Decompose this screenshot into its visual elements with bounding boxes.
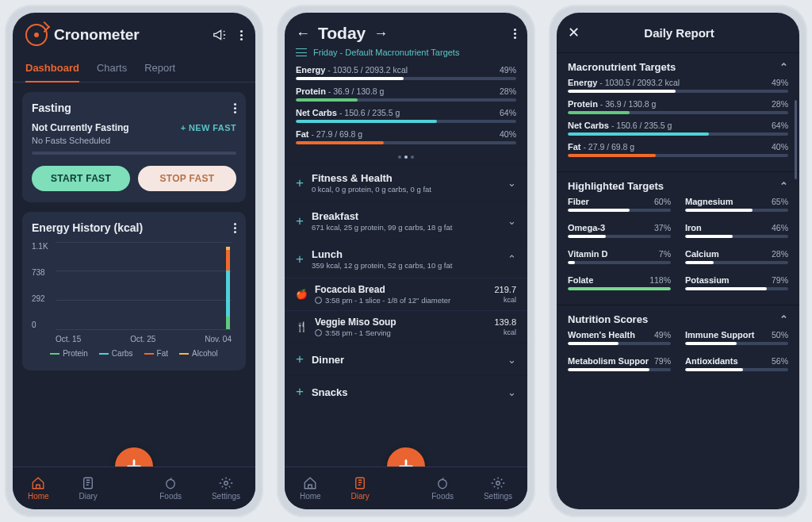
chevron-up-icon: ⌃ [779,61,788,73]
target-row: Fiber60% [568,197,671,212]
next-day-button[interactable]: → [373,25,388,42]
target-row: Immune Support50% [685,330,788,345]
group-header[interactable]: + Breakfast671 kcal, 25 g protein, 99 g … [285,202,527,240]
nav-label: Settings [212,492,240,501]
group-header[interactable]: + Lunch359 kcal, 12 g protein, 52 g carb… [285,240,527,278]
cronometer-logo-icon [25,24,48,46]
stop-fast-button[interactable]: STOP FAST [138,166,236,191]
diary-group: + Breakfast671 kcal, 25 g protein, 99 g … [285,202,527,240]
diary-group: + Dinner ⌄ [285,343,527,375]
nav-diary[interactable]: Diary [350,476,369,501]
diary-date[interactable]: Today [318,24,366,43]
nav-home[interactable]: Home [300,476,321,501]
start-fast-button[interactable]: START FAST [32,166,130,191]
section-macros-header[interactable]: Macronutrient Targets ⌃ [557,53,799,78]
add-to-group-icon[interactable]: + [296,213,304,229]
energy-more-icon[interactable] [234,223,236,233]
macro-row: Net Carbs - 150.6 / 235.5 g64% [296,108,516,123]
diary-item[interactable]: 🍴 Veggie Miso Soup 3:58 pm - 1 Serving 1… [285,310,527,343]
section-scores-header[interactable]: Nutrition Scores ⌃ [557,305,799,330]
nav-label: Diary [79,492,97,501]
fasting-schedule: No Fasts Scheduled [32,136,236,145]
macro-row: Fat - 27.9 / 69.8 g40% [568,142,788,157]
xtick: Nov. 04 [205,335,232,344]
nav-diary[interactable]: Diary [79,476,97,501]
macro-pager-dots[interactable] [285,154,527,163]
clock-icon [315,329,322,336]
ytick: 0 [32,320,48,329]
energy-history-chart: 1.1K 738 292 0 [32,242,236,355]
nav-foods[interactable]: Foods [159,476,182,501]
section-title: Macronutrient Targets [568,61,676,73]
new-fast-link[interactable]: + NEW FAST [181,123,236,132]
fasting-card: Fasting Not Currently Fasting + NEW FAST… [22,92,246,202]
fasting-status: Not Currently Fasting [32,122,129,133]
nav-settings[interactable]: Settings [484,476,512,501]
ytick: 738 [32,268,48,277]
nav-foods[interactable]: Foods [431,476,454,501]
tab-charts[interactable]: Charts [97,56,127,82]
nav-home[interactable]: Home [28,476,49,501]
nav-settings[interactable]: Settings [212,476,240,501]
announcement-icon[interactable] [212,29,228,41]
diary-item[interactable]: 🍎 Focaccia Bread 3:58 pm - 1 slice - 1/8… [285,278,527,310]
macro-summary: Energy - 1030.5 / 2093.2 kcal49% Protein… [285,63,527,154]
tab-dashboard[interactable]: Dashboard [25,56,79,82]
close-report-button[interactable]: ✕ [568,24,580,41]
section-highlights-header[interactable]: Highlighted Targets ⌃ [557,172,799,197]
legend-alcohol: Alcohol [192,349,218,358]
diary-more-icon[interactable] [514,29,516,39]
screen1-tabs: Dashboard Charts Report [13,51,255,83]
legend-protein: Protein [63,349,88,358]
target-row: Metabolism Suppor79% [568,356,671,371]
add-to-group-icon[interactable]: + [296,251,304,267]
legend-carbs: Carbs [112,349,133,358]
chevron-icon: ⌃ [508,253,516,265]
nav-label: Settings [484,492,512,501]
svg-point-3 [496,482,500,486]
add-to-group-icon[interactable]: + [296,175,304,191]
app-name: Cronometer [54,26,140,44]
diary-subtitle[interactable]: Friday - Default Macronutrient Targets [313,48,459,57]
diary-group: + Fitness & Health0 kcal, 0 g protein, 0… [285,163,527,202]
scroll-indicator[interactable] [795,100,797,179]
report-title: Daily Report [589,26,769,40]
chevron-up-icon: ⌃ [779,180,788,192]
group-header[interactable]: + Dinner ⌄ [285,344,527,375]
macro-row: Fat - 27.9 / 69.8 g40% [296,129,516,144]
nav-label: Foods [431,492,454,501]
target-row: Iron46% [685,223,788,238]
diary-menu-icon[interactable] [296,48,307,56]
apple-icon: 🍎 [294,289,308,300]
chevron-icon: ⌄ [508,386,516,398]
legend-fat: Fat [157,349,168,358]
macro-row: Protein - 36.9 / 130.8 g28% [568,99,788,114]
add-to-group-icon[interactable]: + [296,351,304,367]
energy-history-title: Energy History (kcal) [32,221,143,234]
clock-icon [315,297,322,304]
tab-report[interactable]: Report [144,56,175,82]
fasting-title: Fasting [32,102,71,114]
cutlery-icon: 🍴 [294,321,308,332]
more-icon[interactable] [240,30,243,40]
group-header[interactable]: + Fitness & Health0 kcal, 0 g protein, 0… [285,164,527,202]
target-row: Omega-337% [568,223,671,238]
nav-label: Foods [159,492,182,501]
target-row: Antioxidants56% [685,356,788,371]
group-header[interactable]: + Snacks ⌄ [285,376,527,408]
target-row: Women's Health49% [568,330,671,345]
target-row: Folate118% [568,275,671,290]
target-row: Potassium79% [685,275,788,290]
xtick: Oct. 25 [130,335,155,344]
add-to-group-icon[interactable]: + [296,384,304,400]
svg-rect-2 [356,478,365,489]
macro-row: Energy - 1030.5 / 2093.2 kcal49% [568,78,788,93]
diary-group: + Snacks ⌄ [285,375,527,408]
prev-day-button[interactable]: ← [296,25,310,42]
nav-label: Home [300,492,321,501]
svg-rect-0 [84,478,93,489]
xtick: Oct. 15 [56,335,81,344]
section-title: Highlighted Targets [568,180,664,192]
macro-row: Energy - 1030.5 / 2093.2 kcal49% [296,65,516,80]
fasting-more-icon[interactable] [234,103,236,113]
